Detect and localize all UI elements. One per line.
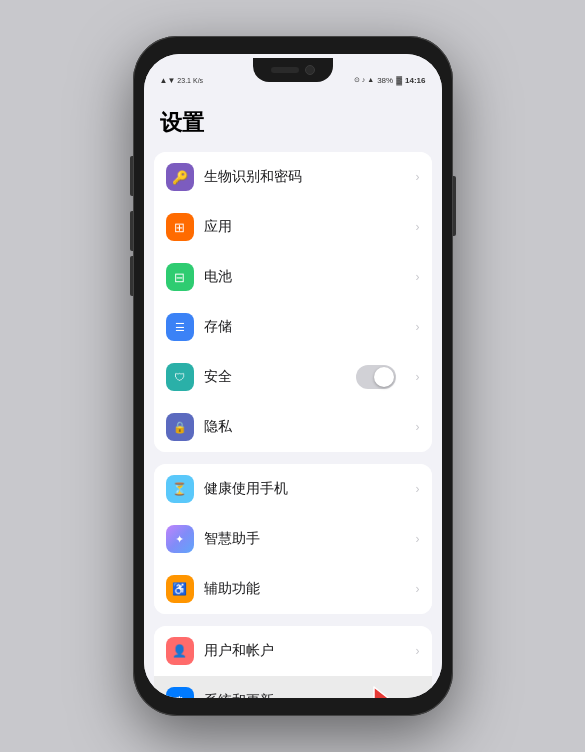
status-left: ▲▼ 23.1 K/s [160,76,204,85]
settings-item-apps[interactable]: ⊞ 应用 › [154,202,432,252]
storage-label: 存储 [204,318,416,336]
settings-item-accessibility[interactable]: ♿ 辅助功能 › [154,564,432,614]
chevron-icon: › [416,320,420,334]
settings-item-system[interactable]: ⚙ 系统和更新 › [154,676,432,698]
phone-screen: ▲▼ 23.1 K/s ⊙ ♪ ▲ 38% ▓ 14:16 设置 [144,54,442,698]
notch-area [253,58,333,82]
cursor-indicator [370,683,402,698]
accounts-icon: 👤 [166,637,194,665]
settings-item-biometrics[interactable]: 🔑 生物识别和密码 › [154,152,432,202]
system-icon: ⚙ [166,687,194,698]
settings-item-battery[interactable]: ⊟ 电池 › [154,252,432,302]
settings-item-privacy[interactable]: 🔒 隐私 › [154,402,432,452]
health-icon: ⏳ [166,475,194,503]
privacy-icon: 🔒 [166,413,194,441]
battery-level: 38% [377,76,393,85]
apps-icon: ⊞ [166,213,194,241]
privacy-label: 隐私 [204,418,416,436]
phone-frame: ▲▼ 23.1 K/s ⊙ ♪ ▲ 38% ▓ 14:16 设置 [133,36,453,716]
battery-label: 电池 [204,268,416,286]
settings-group-2: ⏳ 健康使用手机 › ✦ 智慧助手 › ♿ 辅助功能 [154,464,432,614]
security-icon: 🛡 [166,363,194,391]
apps-label: 应用 [204,218,416,236]
health-label: 健康使用手机 [204,480,416,498]
settings-content: 设置 🔑 生物识别和密码 › ⊞ 应用 › [144,98,442,698]
security-toggle[interactable] [356,365,396,389]
battery-icon: ⊟ [166,263,194,291]
chevron-icon: › [416,694,420,698]
svg-marker-0 [374,687,392,698]
settings-item-security[interactable]: 🛡 安全 › [154,352,432,402]
page-title: 设置 [144,98,442,152]
settings-item-health[interactable]: ⏳ 健康使用手机 › [154,464,432,514]
assistant-icon: ✦ [166,525,194,553]
biometrics-icon: 🔑 [166,163,194,191]
chevron-icon: › [416,532,420,546]
status-right: ⊙ ♪ ▲ 38% ▓ 14:16 [354,76,426,85]
chevron-icon: › [416,170,420,184]
accessibility-label: 辅助功能 [204,580,416,598]
settings-item-accounts[interactable]: 👤 用户和帐户 › [154,626,432,676]
cursor-arrow-icon [370,683,402,698]
chevron-icon: › [416,220,420,234]
settings-group-1: 🔑 生物识别和密码 › ⊞ 应用 › ⊟ 电池 [154,152,432,452]
chevron-icon: › [416,582,420,596]
settings-group-3: 👤 用户和帐户 › ⚙ 系统和更新 › [154,626,432,698]
chevron-icon: › [416,420,420,434]
chevron-icon: › [416,482,420,496]
clock: 14:16 [405,76,425,85]
status-bar: ▲▼ 23.1 K/s ⊙ ♪ ▲ 38% ▓ 14:16 [144,54,442,98]
chevron-icon: › [416,370,420,384]
accounts-label: 用户和帐户 [204,642,416,660]
settings-item-storage[interactable]: ☰ 存储 › [154,302,432,352]
biometrics-label: 生物识别和密码 [204,168,416,186]
settings-item-assistant[interactable]: ✦ 智慧助手 › [154,514,432,564]
assistant-label: 智慧助手 [204,530,416,548]
accessibility-icon: ♿ [166,575,194,603]
chevron-icon: › [416,270,420,284]
storage-icon: ☰ [166,313,194,341]
chevron-icon: › [416,644,420,658]
